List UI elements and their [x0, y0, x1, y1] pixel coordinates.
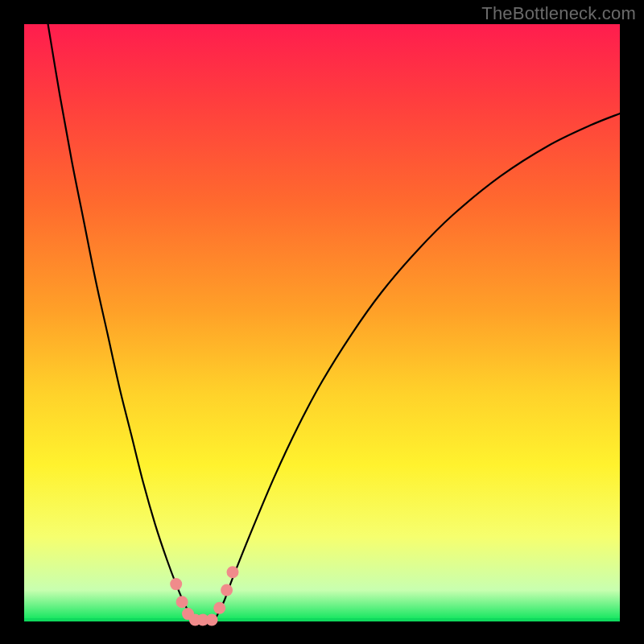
marker-dot	[221, 584, 233, 597]
marker-dot	[206, 614, 218, 626]
marker-dot	[227, 566, 239, 578]
chart-stage: TheBottleneck.com	[0, 0, 644, 644]
marker-dot	[170, 578, 182, 590]
marker-dot	[213, 602, 225, 614]
marker-dot	[176, 596, 188, 608]
plot-background	[24, 24, 620, 620]
bottleneck-chart	[0, 0, 644, 644]
watermark: TheBottleneck.com	[481, 3, 636, 24]
